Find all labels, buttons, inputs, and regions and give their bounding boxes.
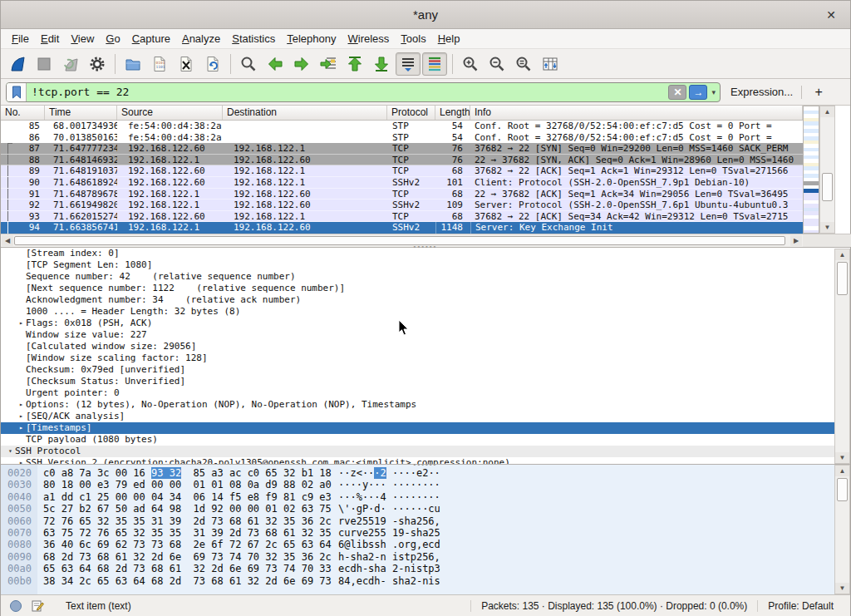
scroll-up-icon[interactable]: ▲ xyxy=(820,106,834,117)
hex-bytes[interactable]: 65 63 64 68 2d 73 68 61 32 2d 6e 69 73 7… xyxy=(37,563,338,574)
scroll-thumb[interactable] xyxy=(14,236,785,245)
packet-row[interactable]: 8871.648146932192.168.122.1192.168.122.6… xyxy=(1,155,803,166)
ascii-bytes[interactable]: rve25519 -sha256, xyxy=(338,515,440,527)
ascii-bytes[interactable]: \'·gP·d· ······cu xyxy=(338,503,440,515)
pane-splitter[interactable]: •••••• xyxy=(414,463,438,466)
scroll-down-icon[interactable]: ▼ xyxy=(820,222,834,233)
scroll-thumb[interactable] xyxy=(837,262,848,295)
detail-field[interactable]: [Calculated window size: 29056] xyxy=(1,341,850,352)
detail-selected-field[interactable]: ▸[Timestamps] xyxy=(1,422,850,434)
close-file-icon[interactable] xyxy=(174,52,199,76)
filter-bookmark-icon[interactable] xyxy=(7,83,27,101)
hex-row[interactable]: 0040a1 dd c1 25 00 00 04 34 06 14 f5 e8 … xyxy=(1,491,835,503)
scroll-thumb[interactable] xyxy=(822,173,833,201)
column-header-no[interactable]: No. xyxy=(1,106,45,120)
bytes-vscrollbar[interactable]: ▲ ▼ xyxy=(834,465,850,594)
column-header-protocol[interactable]: Protocol xyxy=(387,106,435,120)
filter-clear-icon[interactable]: ✕ xyxy=(668,85,686,100)
menu-wireless[interactable]: Wireless xyxy=(342,30,396,47)
close-window-icon[interactable]: ✕ xyxy=(824,7,839,22)
zoom-in-icon[interactable] xyxy=(458,52,483,76)
capture-options-icon[interactable] xyxy=(85,52,110,76)
menu-edit[interactable]: Edit xyxy=(35,30,65,47)
menu-capture[interactable]: Capture xyxy=(126,30,176,47)
filter-apply-icon[interactable]: → xyxy=(689,85,707,100)
detail-field[interactable]: Sequence number: 42 (relative sequence n… xyxy=(1,271,850,283)
column-header-source[interactable]: Source xyxy=(117,106,223,120)
go-to-packet-icon[interactable] xyxy=(316,52,341,76)
column-header-time[interactable]: Time xyxy=(45,106,117,120)
ascii-bytes[interactable]: ···%···4 ········ xyxy=(338,491,440,503)
detail-field[interactable]: Acknowledgment number: 34 (relative ack … xyxy=(1,294,850,306)
hex-bytes[interactable]: 36 40 6c 69 62 73 73 68 2e 6f 72 67 2c 6… xyxy=(37,539,338,550)
hex-bytes[interactable]: 80 18 00 e3 79 ed 00 00 01 01 08 0a d9 8… xyxy=(37,479,338,490)
save-file-icon[interactable]: 01011101 xyxy=(147,52,172,76)
hex-row[interactable]: 0020c0 a8 7a 3c 00 16 93 32 85 a3 ac c0 … xyxy=(1,467,835,479)
hex-row[interactable]: 003080 18 00 e3 79 ed 00 00 01 01 08 0a … xyxy=(1,479,835,490)
detail-field[interactable]: ▸[SEQ/ACK analysis] xyxy=(1,411,850,422)
detail-field[interactable]: [TCP Segment Len: 1080] xyxy=(1,259,850,271)
display-filter-input[interactable]: !tcp.port == 22 ✕ → ▾ xyxy=(6,82,721,102)
filter-history-caret-icon[interactable]: ▾ xyxy=(710,88,720,96)
hex-row[interactable]: 006072 76 65 32 35 35 31 39 2d 73 68 61 … xyxy=(1,515,835,527)
menu-help[interactable]: Help xyxy=(432,30,466,47)
packet-row[interactable]: 9171.648789678192.168.122.1192.168.122.6… xyxy=(1,189,803,200)
expander-icon[interactable]: ▸ xyxy=(17,411,26,422)
hex-bytes[interactable]: 63 75 72 76 65 32 35 35 31 39 2d 73 68 6… xyxy=(37,527,338,539)
scroll-down-icon[interactable]: ▼ xyxy=(835,452,849,463)
hex-bytes[interactable]: 68 2d 73 68 61 32 2d 6e 69 73 74 70 32 3… xyxy=(37,551,338,563)
filter-text[interactable]: !tcp.port == 22 xyxy=(27,86,668,98)
expert-info-icon[interactable] xyxy=(7,598,24,614)
go-back-icon[interactable] xyxy=(263,52,288,76)
start-capture-icon[interactable] xyxy=(5,52,30,76)
hex-row[interactable]: 009068 2d 73 68 61 32 2d 6e 69 73 74 70 … xyxy=(1,551,835,563)
packet-row[interactable]: 8568.001734936fe:54:00:d4:38:2aSTP54Conf… xyxy=(1,121,803,132)
hex-bytes[interactable]: c0 a8 7a 3c 00 16 93 32 85 a3 ac c0 65 3… xyxy=(37,467,338,479)
menu-view[interactable]: View xyxy=(65,30,100,47)
ascii-bytes[interactable]: h-sha2-n istp256, xyxy=(338,551,440,563)
ascii-bytes[interactable]: curve255 19-sha25 xyxy=(338,527,440,539)
detail-field[interactable]: Urgent pointer: 0 xyxy=(1,387,850,399)
menu-tools[interactable]: Tools xyxy=(395,30,431,47)
packet-list-minimap[interactable] xyxy=(803,106,819,234)
profile-status[interactable]: Profile: Default xyxy=(757,600,844,612)
go-last-packet-icon[interactable] xyxy=(369,52,394,76)
hex-bytes[interactable]: 38 34 2c 65 63 64 68 2d 73 68 61 32 2d 6… xyxy=(37,575,338,587)
hex-bytes[interactable]: 5c 27 b2 67 50 ad 64 98 1d 92 00 00 01 0… xyxy=(37,503,338,515)
detail-field[interactable]: [Checksum Status: Unverified] xyxy=(1,376,850,387)
menu-analyze[interactable]: Analyze xyxy=(176,30,226,47)
packet-list-header[interactable]: No.TimeSourceDestinationProtocolLengthIn… xyxy=(1,106,803,121)
find-packet-icon[interactable] xyxy=(236,52,261,76)
expander-icon[interactable]: ▾ xyxy=(6,446,15,457)
hex-row[interactable]: 00b038 34 2c 65 63 64 68 2d 73 68 61 32 … xyxy=(1,575,835,587)
menu-go[interactable]: Go xyxy=(100,30,125,47)
scroll-down-icon[interactable]: ▼ xyxy=(835,583,849,594)
ascii-bytes[interactable]: ecdh-sha 2-nistp3 xyxy=(338,563,440,574)
hex-row[interactable]: 008036 40 6c 69 62 73 73 68 2e 6f 72 67 … xyxy=(1,539,835,550)
reload-file-icon[interactable] xyxy=(200,52,225,76)
hex-row[interactable]: 00505c 27 b2 67 50 ad 64 98 1d 92 00 00 … xyxy=(1,503,835,515)
scroll-left-icon[interactable]: ◀ xyxy=(2,235,13,246)
packet-list-vscrollbar[interactable]: ▲ ▼ xyxy=(819,106,835,234)
column-header-info[interactable]: Info xyxy=(470,106,803,120)
detail-field[interactable]: Checksum: 0x79ed [unverified] xyxy=(1,364,850,376)
detail-field[interactable]: ▾SSH Protocol xyxy=(1,446,850,457)
packet-row[interactable]: 9371.662015274192.168.122.60192.168.122.… xyxy=(1,211,803,223)
detail-field[interactable]: 1000 .... = Header Length: 32 bytes (8) xyxy=(1,306,850,318)
packet-row[interactable]: 9071.648618924192.168.122.60192.168.122.… xyxy=(1,177,803,189)
hex-bytes[interactable]: a1 dd c1 25 00 00 04 34 06 14 f5 e8 f9 8… xyxy=(37,491,338,503)
auto-scroll-icon[interactable] xyxy=(396,52,421,76)
go-forward-icon[interactable] xyxy=(289,52,314,76)
details-vscrollbar[interactable]: ▲ ▼ xyxy=(834,249,850,464)
column-header-length[interactable]: Length xyxy=(435,106,470,120)
scroll-up-icon[interactable]: ▲ xyxy=(835,466,849,476)
hex-bytes[interactable]: 72 76 65 32 35 35 31 39 2d 73 68 61 32 3… xyxy=(37,515,338,527)
ascii-bytes[interactable]: ··z<···2 ····e2·· xyxy=(338,467,440,479)
packet-row-selected[interactable]: 9471.663856741192.168.122.1192.168.122.6… xyxy=(1,222,803,234)
menu-file[interactable]: File xyxy=(6,30,35,47)
detail-field[interactable]: [Window size scaling factor: 128] xyxy=(1,352,850,364)
menu-statistics[interactable]: Statistics xyxy=(226,30,281,47)
detail-field[interactable]: [Next sequence number: 1122 (relative se… xyxy=(1,283,850,294)
packet-row[interactable]: 8971.648191037192.168.122.60192.168.122.… xyxy=(1,165,803,177)
expander-icon[interactable]: ▸ xyxy=(17,457,26,465)
